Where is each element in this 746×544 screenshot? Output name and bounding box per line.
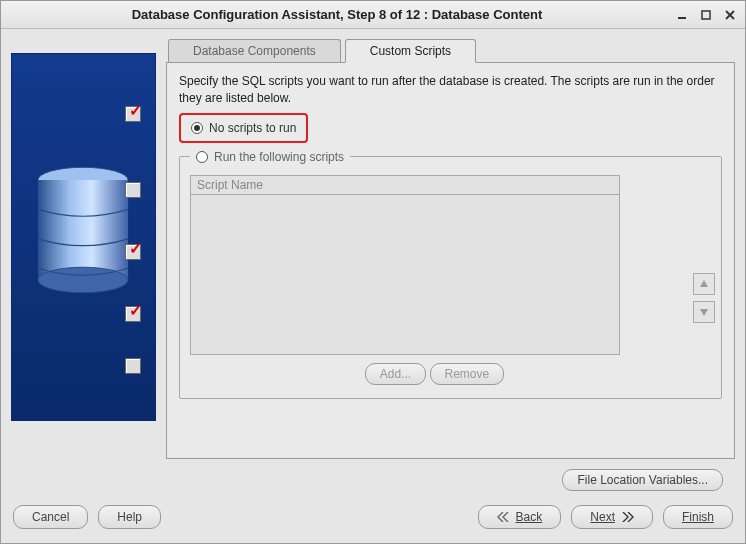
- move-up-button[interactable]: [693, 273, 715, 295]
- move-down-button[interactable]: [693, 301, 715, 323]
- step-checkbox-4: ✓: [125, 306, 141, 322]
- database-icon: [34, 166, 132, 294]
- chevron-right-icon: [620, 512, 634, 522]
- tab-custom-scripts[interactable]: Custom Scripts: [345, 39, 476, 63]
- next-button[interactable]: Next: [571, 505, 653, 529]
- window-title: Database Configuration Assistant, Step 8…: [7, 7, 667, 22]
- instruction-text: Specify the SQL scripts you want to run …: [179, 73, 722, 107]
- step-checkbox-5: [125, 358, 141, 374]
- window: Database Configuration Assistant, Step 8…: [0, 0, 746, 544]
- radio-label: No scripts to run: [209, 121, 296, 135]
- minimize-icon[interactable]: [673, 7, 691, 23]
- highlight-box: No scripts to run: [179, 113, 308, 143]
- radio-icon: [191, 122, 203, 134]
- svg-point-6: [38, 267, 128, 292]
- maximize-icon[interactable]: [697, 7, 715, 23]
- help-button[interactable]: Help: [98, 505, 161, 529]
- reorder-buttons: [693, 273, 715, 323]
- content-area: ✓✓✓ Database Components Custom Scripts S…: [1, 29, 745, 495]
- tab-strip: Database Components Custom Scripts: [168, 39, 735, 62]
- checkmark-icon: ✓: [129, 101, 142, 120]
- checkmark-icon: ✓: [129, 239, 142, 258]
- script-list: Script Name: [190, 175, 620, 355]
- file-location-button[interactable]: File Location Variables...: [562, 469, 723, 491]
- step-checkbox-2: [125, 182, 141, 198]
- remove-button[interactable]: Remove: [430, 363, 505, 385]
- finish-button[interactable]: Finish: [663, 505, 733, 529]
- tab-panel-custom-scripts: Specify the SQL scripts you want to run …: [166, 62, 735, 459]
- tab-database-components[interactable]: Database Components: [168, 39, 341, 62]
- scripts-fieldset: Run the following scripts Script Name Ad…: [179, 147, 722, 399]
- radio-label: Run the following scripts: [214, 150, 344, 164]
- svg-rect-5: [38, 180, 128, 280]
- add-button[interactable]: Add...: [365, 363, 426, 385]
- wizard-sidebar: ✓✓✓: [11, 53, 156, 421]
- cancel-button[interactable]: Cancel: [13, 505, 88, 529]
- close-icon[interactable]: [721, 7, 739, 23]
- step-checkbox-1: ✓: [125, 106, 141, 122]
- titlebar: Database Configuration Assistant, Step 8…: [1, 1, 745, 29]
- script-list-header: Script Name: [191, 176, 619, 195]
- footer-bar: Cancel Help Back Next Finish: [1, 495, 745, 543]
- main-panel: Database Components Custom Scripts Speci…: [166, 39, 735, 491]
- checkmark-icon: ✓: [129, 301, 142, 320]
- radio-run-scripts[interactable]: Run the following scripts: [194, 147, 346, 167]
- radio-no-scripts[interactable]: No scripts to run: [189, 118, 298, 138]
- svg-rect-1: [702, 11, 710, 19]
- radio-icon: [196, 151, 208, 163]
- back-button[interactable]: Back: [478, 505, 562, 529]
- chevron-left-icon: [497, 512, 511, 522]
- step-checkbox-3: ✓: [125, 244, 141, 260]
